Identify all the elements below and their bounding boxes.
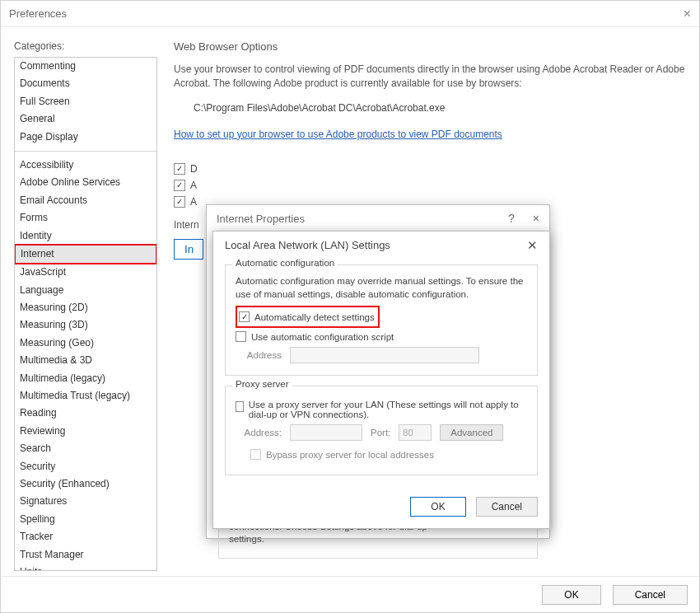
sidebar-item-measuring-3d-[interactable]: Measuring (3D) [15, 316, 156, 334]
proxy-port-input [399, 424, 432, 441]
auto-detect-label: Automatically detect settings [254, 312, 375, 322]
internet-properties-title: Internet Properties [217, 213, 305, 225]
internet-settings-button[interactable]: In [174, 239, 203, 260]
sidebar-item-measuring-2d-[interactable]: Measuring (2D) [15, 299, 156, 316]
sidebar-item-general[interactable]: General [15, 110, 156, 128]
sidebar-item-trust-manager[interactable]: Trust Manager [15, 546, 156, 564]
proxy-address-input [290, 424, 362, 441]
lan-settings-dialog: Local Area Network (LAN) Settings ✕ Auto… [212, 231, 550, 529]
checkbox-icon[interactable] [239, 311, 250, 322]
proxy-address-label: Address: [236, 428, 282, 438]
sidebar-item-spelling[interactable]: Spelling [15, 511, 156, 528]
section-title: Web Browser Options [174, 40, 686, 53]
check-row-1[interactable]: D [174, 163, 686, 175]
sidebar-item-email-accounts[interactable]: Email Accounts [15, 192, 156, 209]
lan-body: Automatic configuration Automatic config… [213, 260, 549, 497]
sidebar-item-security[interactable]: Security [15, 458, 156, 475]
sidebar-item-reading[interactable]: Reading [15, 405, 156, 422]
proxy-address-row: Address: Port: Advanced [236, 424, 527, 441]
close-icon[interactable]: ✕ [527, 238, 538, 253]
checkbox-icon[interactable] [236, 401, 244, 412]
sidebar-item-forms[interactable]: Forms [15, 209, 156, 227]
categories-panel: Categories: CommentingDocumentsFull Scre… [14, 40, 157, 563]
check-row-2[interactable]: A [174, 180, 686, 191]
sidebar-item-tracker[interactable]: Tracker [15, 528, 156, 545]
sidebar-item-security-enhanced-[interactable]: Security (Enhanced) [15, 475, 156, 493]
categories-label: Categories: [14, 40, 157, 52]
cancel-button[interactable]: Cancel [476, 497, 538, 517]
use-proxy-checkbox-row[interactable]: Use a proxy server for your LAN (These s… [236, 400, 527, 419]
bypass-label: Bypass proxy server for local addresses [266, 450, 434, 460]
sidebar-item-multimedia-3d[interactable]: Multimedia & 3D [15, 352, 156, 369]
proxy-title: Proxy server [232, 379, 292, 389]
sidebar-item-internet[interactable]: Internet [14, 244, 157, 264]
lan-footer: OK Cancel [213, 497, 549, 528]
sidebar-item-adobe-online-services[interactable]: Adobe Online Services [15, 174, 156, 191]
auto-config-title: Automatic configuration [232, 258, 338, 268]
ok-button[interactable]: OK [542, 585, 600, 605]
divider [15, 151, 156, 152]
sidebar-item-search[interactable]: Search [15, 440, 156, 457]
use-proxy-label: Use a proxy server for your LAN (These s… [249, 400, 527, 419]
checkbox-icon[interactable] [174, 196, 185, 208]
preferences-titlebar: Preferences × [1, 1, 699, 27]
sidebar-item-language[interactable]: Language [15, 282, 156, 299]
cancel-button[interactable]: Cancel [613, 585, 688, 605]
sidebar-item-signatures[interactable]: Signatures [15, 493, 156, 510]
sidebar-item-measuring-geo-[interactable]: Measuring (Geo) [15, 335, 156, 352]
proxy-fieldset: Proxy server Use a proxy server for your… [225, 386, 538, 475]
auto-script-label: Use automatic configuration script [251, 332, 394, 342]
sidebar-item-javascript[interactable]: JavaScript [15, 264, 156, 281]
preferences-title: Preferences [9, 7, 67, 20]
sidebar-item-multimedia-legacy-[interactable]: Multimedia (legacy) [15, 370, 156, 387]
auto-script-address-input [290, 347, 479, 363]
auto-script-checkbox-row[interactable]: Use automatic configuration script [236, 331, 527, 342]
auto-detect-highlight: Automatically detect settings [236, 306, 380, 328]
categories-list[interactable]: CommentingDocumentsFull ScreenGeneralPag… [14, 57, 157, 571]
checkbox-icon[interactable] [174, 163, 185, 175]
auto-config-desc: Automatic configuration may override man… [236, 275, 527, 301]
close-icon[interactable]: × [533, 212, 539, 225]
sidebar-item-identity[interactable]: Identity [15, 227, 156, 245]
sidebar-item-documents[interactable]: Documents [15, 75, 156, 92]
lan-titlebar: Local Area Network (LAN) Settings ✕ [213, 232, 549, 260]
sidebar-item-units[interactable]: Units [15, 564, 156, 571]
browser-para: Use your browser to control viewing of P… [174, 63, 686, 91]
internet-properties-titlebar: Internet Properties ? × [207, 205, 549, 232]
auto-config-fieldset: Automatic configuration Automatic config… [225, 264, 538, 376]
preferences-footer: OK Cancel [1, 576, 699, 612]
sidebar-item-full-screen[interactable]: Full Screen [15, 93, 156, 110]
product-path: C:\Program Files\Adobe\Acrobat DC\Acroba… [174, 102, 686, 114]
auto-script-address-row: Address [236, 347, 527, 363]
port-label: Port: [371, 428, 390, 438]
checkbox-icon [250, 449, 261, 460]
sidebar-item-multimedia-trust-legacy-[interactable]: Multimedia Trust (legacy) [15, 387, 156, 405]
sidebar-item-commenting[interactable]: Commenting [15, 58, 156, 75]
sidebar-item-accessibility[interactable]: Accessibility [15, 157, 156, 174]
auto-detect-checkbox-row[interactable]: Automatically detect settings [239, 311, 375, 322]
bypass-checkbox-row: Bypass proxy server for local addresses [250, 449, 527, 460]
checkbox-icon[interactable] [236, 331, 246, 342]
ok-button[interactable]: OK [410, 497, 465, 517]
help-link[interactable]: How to set up your browser to use Adobe … [174, 129, 502, 140]
sidebar-item-reviewing[interactable]: Reviewing [15, 423, 156, 440]
address-label: Address [236, 350, 282, 360]
help-icon[interactable]: ? [508, 212, 515, 225]
sidebar-item-page-display[interactable]: Page Display [15, 129, 156, 146]
close-icon[interactable]: × [684, 7, 691, 21]
lan-title: Local Area Network (LAN) Settings [225, 239, 390, 251]
checkbox-icon[interactable] [174, 180, 185, 191]
advanced-button: Advanced [440, 424, 503, 441]
